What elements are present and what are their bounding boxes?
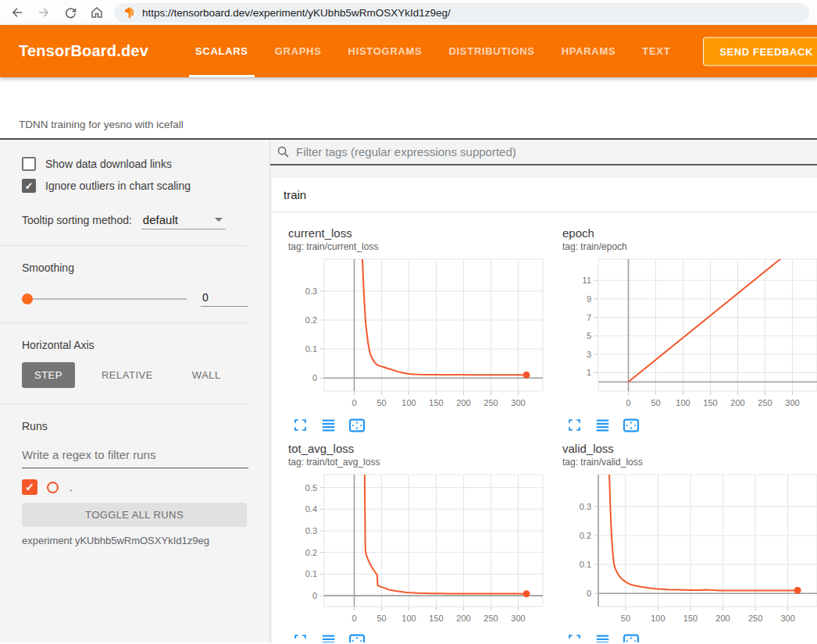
app-header: TensorBoard.dev SCALARS GRAPHS HISTOGRAM… bbox=[0, 25, 817, 77]
svg-text:0.2: 0.2 bbox=[305, 548, 317, 557]
sidebar-divider bbox=[0, 245, 246, 246]
chart-title: valid_loss bbox=[555, 442, 817, 455]
settings-sidebar: Show data download links ✓ Ignore outlie… bbox=[0, 140, 270, 642]
expand-chart-icon[interactable] bbox=[294, 418, 311, 434]
run-checkbox[interactable]: ✓ bbox=[22, 479, 37, 495]
chart-plot-area[interactable]: 0501001502002503001357911 bbox=[555, 255, 817, 415]
svg-text:100: 100 bbox=[401, 614, 416, 623]
tag-group-header-train[interactable]: train bbox=[272, 178, 817, 212]
charts-grid: current_loss tag: train/current_loss 050… bbox=[272, 212, 817, 642]
tab-scalars[interactable]: SCALARS bbox=[195, 25, 248, 77]
smoothing-value-input[interactable]: 0 bbox=[201, 291, 248, 307]
tooltip-sorting-label: Tooltip sorting method: bbox=[22, 214, 132, 226]
chart-plot-area[interactable]: 05010015020025030000.10.20.3 bbox=[280, 255, 544, 415]
tab-text[interactable]: TEXT bbox=[642, 25, 670, 77]
svg-text:50: 50 bbox=[376, 398, 386, 407]
svg-text:0: 0 bbox=[351, 614, 356, 623]
svg-text:100: 100 bbox=[651, 614, 665, 623]
run-color-swatch bbox=[47, 482, 59, 493]
search-icon bbox=[276, 145, 290, 158]
svg-text:0.1: 0.1 bbox=[580, 560, 591, 569]
expand-chart-icon[interactable] bbox=[568, 418, 585, 434]
tag-group-card: train current_loss tag: train/current_lo… bbox=[272, 178, 817, 642]
home-button[interactable] bbox=[87, 3, 106, 22]
send-feedback-button[interactable]: SEND FEEDBACK bbox=[703, 37, 817, 66]
fit-domain-icon[interactable] bbox=[623, 418, 640, 434]
home-icon bbox=[90, 5, 104, 20]
chart-actions bbox=[294, 418, 544, 434]
ignore-outliers-checkbox[interactable]: ✓ bbox=[22, 179, 36, 193]
filter-tags-input[interactable] bbox=[296, 145, 817, 158]
forward-button[interactable] bbox=[34, 3, 53, 22]
svg-text:200: 200 bbox=[715, 614, 730, 623]
experiment-title: TDNN training for yesno with icefall bbox=[19, 119, 184, 130]
svg-text:250: 250 bbox=[483, 614, 498, 623]
svg-text:250: 250 bbox=[758, 398, 772, 407]
tab-hparams[interactable]: HPARAMS bbox=[562, 25, 616, 77]
chart-epoch: epoch tag: train/epoch 05010015020025030… bbox=[555, 226, 817, 434]
forward-arrow-icon bbox=[37, 5, 51, 20]
tab-distributions[interactable]: DISTRIBUTIONS bbox=[448, 25, 534, 77]
svg-text:9: 9 bbox=[587, 294, 591, 304]
svg-text:150: 150 bbox=[683, 614, 697, 623]
runs-label: Runs bbox=[22, 420, 269, 432]
run-name: . bbox=[70, 482, 73, 493]
svg-text:0: 0 bbox=[312, 591, 317, 600]
tab-histograms[interactable]: HISTOGRAMS bbox=[348, 25, 423, 77]
axis-step-button[interactable]: STEP bbox=[22, 362, 75, 388]
svg-text:250: 250 bbox=[748, 614, 762, 623]
svg-text:50: 50 bbox=[651, 398, 660, 407]
nav-tabs: SCALARS GRAPHS HISTOGRAMS DISTRIBUTIONS … bbox=[195, 25, 670, 77]
brand-logo[interactable]: TensorBoard.dev bbox=[19, 42, 148, 60]
runs-regex-input[interactable] bbox=[22, 440, 248, 468]
back-button[interactable] bbox=[8, 3, 27, 22]
chart-title: tot_avg_loss bbox=[280, 442, 544, 455]
log-scale-icon[interactable] bbox=[595, 634, 612, 642]
sidebar-divider bbox=[0, 322, 246, 323]
url-bar[interactable]: https://tensorboard.dev/experiment/yKUbh… bbox=[114, 3, 809, 23]
svg-text:0.2: 0.2 bbox=[305, 315, 317, 325]
back-arrow-icon bbox=[10, 5, 24, 20]
reload-icon bbox=[64, 6, 77, 20]
toggle-all-runs-button[interactable]: TOGGLE ALL RUNS bbox=[22, 503, 247, 527]
main-panel: train current_loss tag: train/current_lo… bbox=[270, 140, 817, 642]
chart-title: epoch bbox=[555, 226, 817, 240]
svg-text:1: 1 bbox=[587, 368, 591, 377]
smoothing-slider-thumb[interactable] bbox=[22, 294, 33, 304]
tooltip-sorting-value: default bbox=[143, 213, 193, 226]
expand-chart-icon[interactable] bbox=[568, 634, 585, 642]
chart-actions bbox=[294, 634, 544, 642]
show-download-links-checkbox[interactable] bbox=[22, 157, 36, 171]
reload-button[interactable] bbox=[61, 3, 80, 22]
smoothing-slider[interactable] bbox=[22, 298, 187, 300]
expand-chart-icon[interactable] bbox=[294, 634, 311, 642]
svg-text:0: 0 bbox=[587, 589, 591, 598]
axis-relative-button[interactable]: RELATIVE bbox=[89, 362, 166, 388]
log-scale-icon[interactable] bbox=[321, 418, 338, 434]
svg-text:7: 7 bbox=[587, 313, 591, 322]
svg-text:300: 300 bbox=[511, 614, 525, 623]
browser-toolbar: https://tensorboard.dev/experiment/yKUbh… bbox=[0, 0, 817, 25]
svg-text:200: 200 bbox=[456, 398, 470, 407]
tooltip-sorting-dropdown[interactable]: default bbox=[141, 213, 226, 229]
svg-text:300: 300 bbox=[780, 614, 794, 623]
axis-wall-button[interactable]: WALL bbox=[180, 362, 234, 388]
fit-domain-icon[interactable] bbox=[348, 418, 366, 434]
chart-actions bbox=[568, 418, 817, 434]
fit-domain-icon[interactable] bbox=[623, 634, 640, 642]
chart-plot-area[interactable]: 5010015020025030000.10.20.3 bbox=[555, 471, 817, 630]
chart-plot-area[interactable]: 05010015020025030000.10.20.30.40.5 bbox=[280, 471, 544, 630]
svg-text:0.1: 0.1 bbox=[305, 569, 317, 578]
chart-tag: tag: train/current_loss bbox=[280, 240, 544, 255]
fit-domain-icon[interactable] bbox=[348, 634, 366, 642]
tensorboard-favicon-icon bbox=[123, 6, 136, 19]
url-text: https://tensorboard.dev/experiment/yKUbh… bbox=[142, 7, 451, 19]
chevron-down-icon bbox=[215, 218, 223, 222]
show-download-links-label: Show data download links bbox=[45, 158, 172, 170]
svg-text:0.3: 0.3 bbox=[305, 286, 317, 296]
svg-text:0.5: 0.5 bbox=[305, 483, 317, 493]
log-scale-icon[interactable] bbox=[321, 634, 338, 642]
tab-graphs[interactable]: GRAPHS bbox=[275, 25, 322, 77]
log-scale-icon[interactable] bbox=[595, 418, 612, 434]
chart-tag: tag: train/epoch bbox=[555, 240, 817, 255]
